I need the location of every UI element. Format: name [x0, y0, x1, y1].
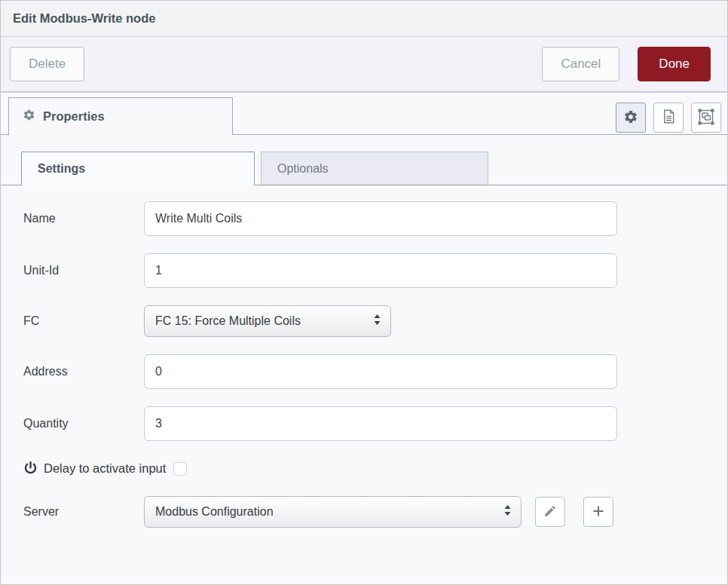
tab-optionals[interactable]: Optionals	[261, 152, 488, 185]
pencil-icon	[543, 504, 557, 520]
tab-properties-label: Properties	[43, 109, 105, 124]
properties-gear-button[interactable]	[616, 103, 646, 133]
plus-icon	[591, 504, 606, 521]
server-select[interactable]: Modbus Configuration	[144, 496, 522, 528]
server-row: Server Modbus Configuration	[23, 496, 727, 528]
cancel-button[interactable]: Cancel	[542, 47, 619, 81]
fc-label: FC	[23, 314, 144, 328]
gear-icon	[623, 109, 638, 127]
quantity-label: Quantity	[23, 417, 144, 430]
delay-row: Delay to activate input	[23, 461, 727, 476]
tab-optionals-label: Optionals	[277, 162, 329, 176]
description-icon	[661, 108, 677, 127]
select-arrows-icon	[503, 504, 512, 520]
description-button[interactable]	[653, 103, 684, 133]
add-server-button[interactable]	[583, 497, 613, 527]
quantity-row: Quantity	[23, 406, 727, 441]
address-label: Address	[23, 365, 144, 378]
gear-icon	[23, 109, 35, 124]
unit-id-label: Unit-Id	[23, 264, 144, 277]
fc-row: FC FC 15: Force Multiple Coils	[23, 305, 727, 337]
quantity-input[interactable]	[144, 406, 617, 441]
name-input[interactable]	[144, 201, 617, 236]
fc-select[interactable]: FC 15: Force Multiple Coils	[144, 305, 391, 337]
settings-form: Name Unit-Id FC FC 15: Force Multiple Co…	[1, 185, 727, 528]
tray-icon-buttons	[616, 103, 721, 133]
name-label: Name	[23, 212, 144, 225]
dialog-toolbar: Delete Cancel Done	[1, 37, 727, 93]
unit-id-input[interactable]	[144, 253, 617, 288]
settings-tabbar: Settings Optionals	[1, 152, 727, 185]
unit-id-row: Unit-Id	[23, 253, 727, 288]
name-row: Name	[23, 201, 727, 236]
tray-tabstrip: Properties	[1, 93, 727, 135]
dialog-header: Edit Modbus-Write node	[1, 1, 727, 37]
delay-checkbox[interactable]	[173, 462, 187, 476]
edit-server-button[interactable]	[535, 497, 565, 527]
appearance-button[interactable]	[691, 103, 721, 133]
appearance-icon	[697, 108, 715, 128]
tab-settings[interactable]: Settings	[21, 152, 255, 185]
edit-node-dialog: Edit Modbus-Write node Delete Cancel Don…	[0, 0, 728, 585]
properties-panel: Settings Optionals Name Unit-Id FC FC 15…	[1, 135, 727, 584]
server-select-value: Modbus Configuration	[155, 505, 497, 519]
power-icon	[23, 461, 38, 476]
tab-settings-label: Settings	[38, 162, 85, 176]
select-arrows-icon	[373, 313, 381, 329]
server-label: Server	[23, 505, 144, 519]
address-input[interactable]	[144, 354, 617, 389]
tab-properties[interactable]: Properties	[8, 97, 233, 135]
delete-button[interactable]: Delete	[10, 47, 84, 81]
fc-select-value: FC 15: Force Multiple Coils	[155, 314, 367, 328]
delay-label: Delay to activate input	[44, 461, 166, 476]
dialog-title: Edit Modbus-Write node	[13, 11, 155, 26]
address-row: Address	[23, 354, 727, 389]
done-button[interactable]: Done	[638, 47, 711, 81]
